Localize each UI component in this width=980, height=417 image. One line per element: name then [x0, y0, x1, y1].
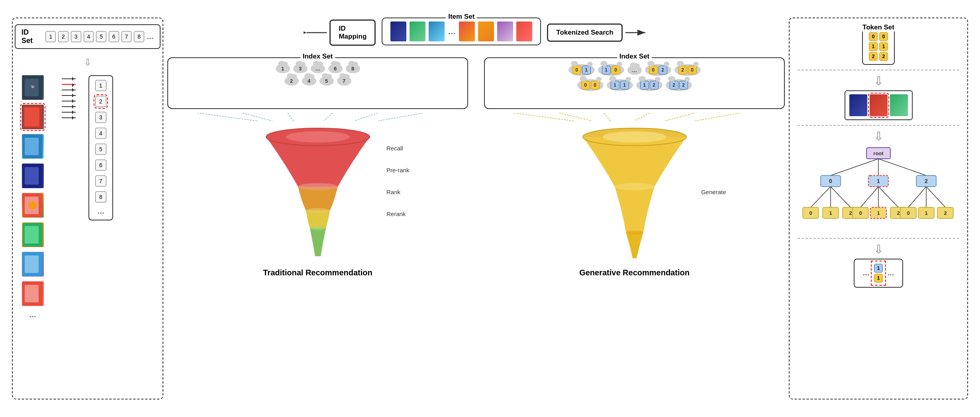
- arrow-5: [62, 101, 76, 101]
- down-arrow-right-2: ⇩: [874, 131, 884, 142]
- divider-1: [798, 70, 959, 70]
- svg-point-11: [29, 201, 37, 209]
- svg-line-59: [878, 187, 898, 207]
- clouds-row2-traditional: 2 4 5 7: [176, 76, 459, 86]
- cloud-3: 3: [293, 64, 308, 73]
- token-col1-1: 1: [869, 42, 878, 51]
- svg-text:2: 2: [944, 210, 947, 216]
- token-2-22b: 2: [679, 81, 688, 90]
- rerank-label: Rerank: [386, 210, 410, 217]
- cloud-token-00: 0 0: [577, 79, 604, 91]
- id-cell-8: 8: [134, 31, 144, 42]
- svg-line-36: [664, 113, 695, 121]
- item-thumb-6: [497, 21, 513, 41]
- cloud-shape-6: 6: [328, 64, 343, 73]
- cloud-shape-3: 3: [293, 64, 308, 73]
- funnel-svg-generative: [579, 125, 690, 260]
- funnel-svg-traditional: [262, 125, 374, 260]
- clouds-row-generative-2: 0 0 1 1: [493, 79, 776, 91]
- token-0-00b: 0: [591, 81, 600, 90]
- cloud-token-12: 1 2: [636, 79, 662, 91]
- down-arrow-right-3: ⇩: [874, 244, 884, 255]
- down-arrow-left: ⇩: [84, 57, 92, 68]
- token-0-yellow: 0: [572, 66, 581, 74]
- svg-line-54: [811, 187, 831, 207]
- svg-line-47: [878, 159, 926, 175]
- index-set-generative: Index Set 0 1 1: [484, 57, 785, 109]
- id-cell-3: 3: [71, 31, 81, 42]
- svg-line-24: [354, 113, 378, 121]
- id-num-4: 4: [95, 128, 106, 139]
- token-1-12: 1: [640, 81, 649, 90]
- svg-line-35: [635, 113, 650, 121]
- tokenized-search-box: Tokenized Search: [547, 23, 622, 42]
- result-dots-left: …: [862, 269, 870, 277]
- dotted-to-funnel-traditional: [167, 113, 468, 121]
- svg-text:0: 0: [829, 178, 832, 184]
- generate-label: Generate: [701, 189, 726, 195]
- token-2-12: 2: [650, 81, 659, 90]
- item-thumb-5: [478, 21, 494, 41]
- token-result-box: … 1 1 …: [854, 259, 903, 288]
- tree-svg: root 0 1 2: [799, 146, 958, 233]
- svg-point-29: [298, 183, 338, 190]
- book-7: [22, 252, 44, 277]
- token-2-y: 2: [659, 66, 667, 74]
- id-list: 1 2 3 4 5 6 7 8 …: [88, 75, 113, 220]
- tree-area: root 0 1 2: [798, 146, 959, 233]
- cloud-shape-8: 8: [346, 64, 360, 73]
- right-book-1: [849, 94, 867, 116]
- cloud-shape-00: 0 0: [577, 79, 604, 91]
- svg-text:1: 1: [877, 210, 880, 216]
- token-col1-2: 2: [869, 52, 878, 61]
- index-set-label-traditional: Index Set: [300, 53, 335, 60]
- cloud-token-11: 1 1: [607, 79, 633, 91]
- svg-rect-6: [25, 138, 39, 155]
- svg-point-31: [310, 226, 326, 230]
- index-set-traditional: Index Set 1 3 … 6: [167, 57, 468, 109]
- divider-2: [798, 125, 959, 126]
- token-0-yy: 0: [688, 66, 697, 74]
- item-set-box: Item Set …: [382, 18, 541, 45]
- arrow-7: [62, 112, 76, 113]
- id-cell-7: 7: [122, 31, 132, 42]
- svg-line-34: [604, 113, 610, 121]
- left-arrow-to-id-mapping: IDMapping: [304, 19, 376, 46]
- id-set-box: ID Set 1 2 3 4 5 6 7 8 …: [15, 24, 161, 49]
- id-num-6: 6: [95, 160, 106, 171]
- svg-text:0: 0: [859, 210, 862, 216]
- svg-point-28: [286, 131, 350, 142]
- svg-point-41: [615, 183, 655, 190]
- svg-line-60: [908, 187, 926, 207]
- id-cell-5: 5: [96, 31, 106, 42]
- id-cell-2: 2: [58, 31, 69, 42]
- center-panel: IDMapping Item Set … Tokenized Search: [167, 18, 785, 399]
- svg-text:1: 1: [877, 178, 880, 184]
- result-token-1-top: 1: [874, 264, 883, 273]
- svg-line-45: [831, 159, 878, 175]
- result-token-1-bottom: 1: [874, 274, 883, 283]
- two-cols: Index Set 1 3 … 6: [167, 57, 785, 399]
- right-book-2-highlighted: [870, 94, 888, 116]
- token-2-22a: 2: [670, 81, 678, 90]
- cloud-gen-dots: …: [627, 66, 642, 75]
- svg-text:2: 2: [897, 210, 900, 216]
- cloud-dots: …: [311, 64, 325, 73]
- cloud-8: 8: [346, 64, 360, 73]
- book-5: [22, 193, 44, 218]
- cloud-shape-7: 7: [337, 76, 351, 86]
- svg-text:1: 1: [925, 210, 927, 216]
- token-1-11b: 1: [620, 81, 629, 90]
- token-1-blue: 1: [582, 66, 591, 74]
- svg-rect-13: [25, 226, 39, 244]
- generative-title: Generative Recommendation: [579, 268, 690, 277]
- svg-point-40: [603, 131, 666, 142]
- item-thumb-3: [429, 21, 445, 41]
- pre-rank-label: Pre-rank: [386, 167, 410, 173]
- cloud-shape-dots: …: [311, 64, 325, 73]
- cloud-shape-5: 5: [319, 76, 334, 86]
- item-thumb-1: [390, 21, 406, 41]
- main-container: ID Set 1 2 3 4 5 6 7 8 … ⇩ 📚: [0, 0, 980, 417]
- funnel-labels-traditional: Recall Pre-rank Rank Rerank: [386, 145, 410, 217]
- svg-rect-4: [24, 107, 39, 127]
